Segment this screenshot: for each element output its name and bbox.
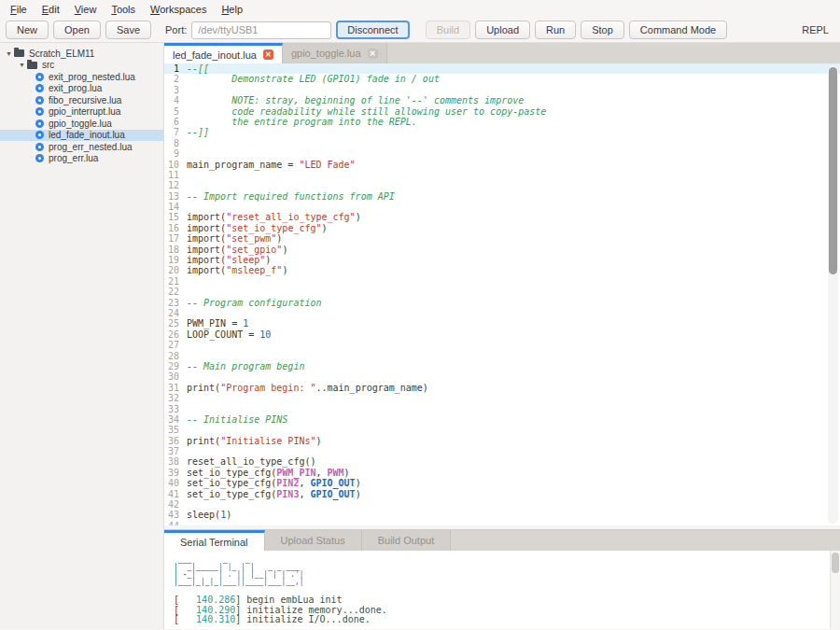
tab-gpio-toggle-lua[interactable]: gpio_toggle.lua ✕ [283,43,387,63]
code-line-40[interactable]: 40set_io_type_cfg(PIN2, GPIO_OUT) [164,478,840,488]
serial-terminal[interactable]: ___ _ _ | _|_____| |_ | | _ _ ___ | -_| … [164,551,840,629]
code-line-24[interactable]: 24 [164,308,840,318]
chevron-down-icon[interactable]: ▼ [19,62,27,68]
close-icon[interactable]: ✕ [368,49,378,59]
code-line-7[interactable]: 7--]] [164,127,840,137]
line-text [187,138,840,148]
line-number: 43 [164,510,187,520]
code-editor[interactable]: 1--[[2 Demonstrate LED (GPIO1) fade in /… [164,63,840,525]
line-text: Demonstrate LED (GPIO1) fade in / out [187,74,840,84]
code-line-42[interactable]: 42 [164,499,840,510]
save-button[interactable]: Save [105,21,151,39]
upload-button[interactable]: Upload [475,21,530,39]
code-line-34[interactable]: 34-- Initialise PINS [164,414,840,425]
code-line-31[interactable]: 31print("Program begin: "..main_program_… [164,383,840,393]
tree-file-gpio-interrupt-lua[interactable]: gpio_interrupt.lua [0,106,163,119]
tab-upload-status[interactable]: Upload Status [265,530,362,551]
code-line-28[interactable]: 28 [164,351,840,361]
tree-file-prog-err-lua[interactable]: prog_err.lua [0,153,163,165]
tree-file-fibo-recursive-lua[interactable]: fibo_recursive.lua [0,94,163,106]
code-line-33[interactable]: 33 [164,404,840,414]
line-number: 39 [164,468,187,478]
line-text: import("msleep_f") [187,265,840,275]
chevron-down-icon[interactable]: ▼ [6,50,14,57]
code-line-35[interactable]: 35 [164,425,840,435]
code-line-27[interactable]: 27 [164,340,840,350]
code-line-3[interactable]: 3 [164,85,840,95]
menu-workspaces[interactable]: Workspaces [143,2,214,17]
tree-file-label: prog_err_nested.lua [49,142,133,152]
close-icon[interactable]: ✕ [263,49,273,60]
menu-help[interactable]: Help [214,2,250,17]
tree-root-scratch-elm11[interactable]: ▼ Scratch_ELM11 [0,48,163,60]
code-line-44[interactable]: 44 [164,521,840,525]
code-line-26[interactable]: 26LOOP_COUNT = 10 [164,329,840,340]
code-line-8[interactable]: 8 [164,138,840,148]
code-line-20[interactable]: 20import("msleep_f") [164,265,840,275]
stop-button[interactable]: Stop [581,21,624,39]
code-line-2[interactable]: 2 Demonstrate LED (GPIO1) fade in / out [164,74,840,84]
tree-folder-src[interactable]: ▼ src [0,60,163,72]
editor-scrollbar-thumb[interactable] [829,67,837,274]
code-line-13[interactable]: 13-- Import required functions from API [164,191,840,202]
line-text [187,202,840,212]
tab-led-fade-inout-lua[interactable]: led_fade_inout.lua ✕ [164,43,283,63]
port-input[interactable] [191,21,331,39]
line-text: import("sleep") [187,255,840,265]
code-line-25[interactable]: 25PWM_PIN = 1 [164,318,840,329]
menu-file[interactable]: File [3,2,35,17]
command-mode-button[interactable]: Command Mode [629,21,727,39]
code-line-6[interactable]: 6 the entire program into the REPL. [164,117,840,127]
code-line-32[interactable]: 32 [164,393,840,403]
tree-file-exit-prog-nested-lua[interactable]: exit_prog_nested.lua [0,71,163,83]
code-line-1[interactable]: 1--[[ [164,63,840,74]
code-line-15[interactable]: 15import("reset_all_io_type_cfg") [164,212,840,222]
menu-view[interactable]: View [67,2,105,17]
editor-scrollbar[interactable] [828,65,838,524]
terminal-scrollbar[interactable] [830,551,840,629]
menu-edit[interactable]: Edit [35,2,67,17]
code-line-21[interactable]: 21 [164,276,840,287]
tree-file-exit-prog-lua[interactable]: exit_prog.lua [0,83,163,95]
tree-file-prog-err-nested-lua[interactable]: prog_err_nested.lua [0,141,163,153]
line-number: 28 [164,351,187,361]
code-line-30[interactable]: 30 [164,371,840,382]
code-line-22[interactable]: 22 [164,287,840,297]
code-line-29[interactable]: 29-- Main program begin [164,361,840,371]
code-line-38[interactable]: 38reset_all_io_type_cfg() [164,456,840,467]
code-line-17[interactable]: 17import("set_pwm") [164,233,840,244]
line-number: 33 [164,404,187,414]
toolbar: New Open Save Port: Disconnect Build Upl… [0,18,840,43]
tab-serial-terminal[interactable]: Serial Terminal [164,530,265,551]
code-line-36[interactable]: 36print("Initialise PINs") [164,436,840,446]
terminal-scrollbar-thumb[interactable] [832,553,839,573]
code-line-43[interactable]: 43sleep(1) [164,510,840,520]
code-line-5[interactable]: 5 code readability while still allowing … [164,106,840,117]
open-button[interactable]: Open [53,21,101,39]
code-line-9[interactable]: 9 [164,148,840,159]
code-line-39[interactable]: 39set_io_type_cfg(PWM_PIN, PWM) [164,468,840,478]
menu-tools[interactable]: Tools [104,2,143,17]
tab-label: gpio_toggle.lua [291,48,361,59]
tree-file-label: gpio_toggle.lua [49,119,112,129]
code-line-19[interactable]: 19import("sleep") [164,255,840,265]
code-line-41[interactable]: 41set_io_type_cfg(PIN3, GPIO_OUT) [164,489,840,499]
code-line-11[interactable]: 11 [164,170,840,180]
repl-label[interactable]: REPL [802,24,834,35]
run-button[interactable]: Run [535,21,576,39]
disconnect-button[interactable]: Disconnect [336,21,409,39]
tree-file-led-fade-inout-lua[interactable]: led_fade_inout.lua [0,130,163,142]
code-line-23[interactable]: 23-- Program configuration [164,298,840,308]
code-line-14[interactable]: 14 [164,202,840,212]
code-line-37[interactable]: 37 [164,446,840,456]
code-line-4[interactable]: 4 NOTE: stray, beginning of line '--' co… [164,95,840,105]
line-text [187,404,840,414]
code-line-12[interactable]: 12 [164,180,840,190]
new-button[interactable]: New [6,21,49,39]
code-line-16[interactable]: 16import("set_io_type_cfg") [164,223,840,233]
tab-label: led_fade_inout.lua [173,49,257,61]
tab-build-output[interactable]: Build Output [362,530,452,551]
code-line-18[interactable]: 18import("set_gpio") [164,245,840,255]
code-line-10[interactable]: 10main_program_name = "LED Fade" [164,160,840,170]
tree-file-gpio-toggle-lua[interactable]: gpio_toggle.lua [0,118,163,130]
